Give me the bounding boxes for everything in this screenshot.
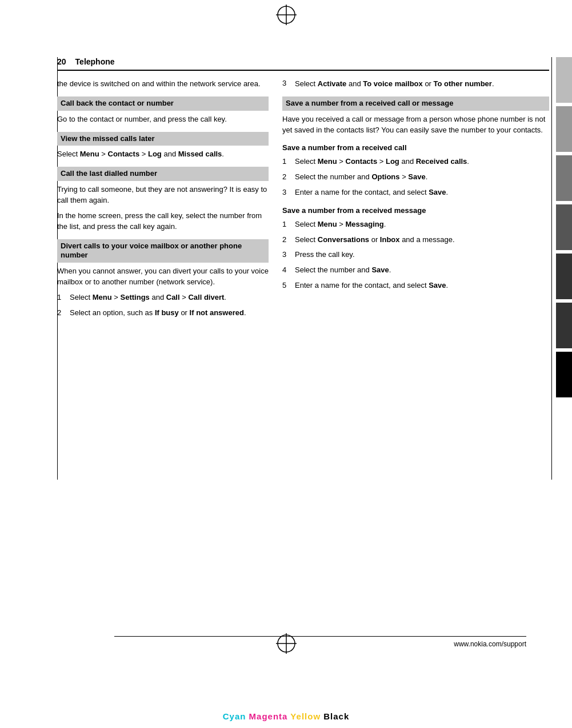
section-lastdialled-body2: In the home screen, press the call key, …: [57, 211, 269, 232]
reg-mark-bottom-center: [276, 633, 297, 654]
divert-step-2: 2 Select an option, such as If busy or I…: [57, 308, 269, 319]
section-lastdialled-heading: Call the last dialled number: [57, 167, 269, 181]
section-divert-heading: Divert calls to your voice mailbox or an…: [57, 239, 269, 263]
section-lastdialled-body1: Trying to call someone, but they are not…: [57, 184, 269, 206]
page: 20 Telephone the device is switched on a…: [0, 0, 572, 728]
right-column: 3 Select Activate and To voice mailbox o…: [282, 79, 549, 323]
two-col-layout: the device is switched on and within the…: [57, 79, 549, 323]
main-content: 20 Telephone the device is switched on a…: [57, 57, 549, 648]
section-missedcalls-body: Select Menu > Contacts > Log and Missed …: [57, 149, 269, 160]
footer-url: www.nokia.com/support: [454, 640, 526, 648]
page-header: 20 Telephone: [57, 57, 549, 71]
savecall-step-2: 2 Select the number and Options > Save.: [282, 172, 549, 183]
page-footer: www.nokia.com/support: [114, 636, 526, 648]
cmyk-yellow: Yellow: [290, 711, 321, 721]
section-savenumber-heading: Save a number from a received call or me…: [282, 96, 549, 111]
page-title: Telephone: [75, 57, 115, 66]
section-savemsg-heading: Save a number from a received message: [282, 206, 549, 216]
left-column: the device is switched on and within the…: [57, 79, 269, 323]
savemsg-step-5: 5 Enter a name for the contact, and sele…: [282, 280, 549, 291]
divert-list: 1 Select Menu > Settings and Call > Call…: [57, 292, 269, 319]
savecall-step-1: 1 Select Menu > Contacts > Log and Recei…: [282, 156, 549, 167]
side-bars: [556, 0, 572, 514]
cmyk-bar: Cyan Magenta Yellow Black: [0, 711, 572, 721]
savemsg-step-2: 2 Select Conversations or Inbox and a me…: [282, 235, 549, 246]
section-callbackbody: Go to the contact or number, and press t…: [57, 114, 269, 125]
divert-step-1: 1 Select Menu > Settings and Call > Call…: [57, 292, 269, 303]
page-number: 20: [57, 57, 66, 66]
savemsg-step-3: 3 Press the call key.: [282, 250, 549, 260]
cmyk-cyan: Cyan: [223, 711, 246, 721]
step3-text: Select Activate and To voice mailbox or …: [295, 79, 494, 90]
savemsg-step-1: 1 Select Menu > Messaging.: [282, 219, 549, 230]
cmyk-black: Black: [323, 711, 349, 721]
savemsg-list: 1 Select Menu > Messaging. 2 Select Conv…: [282, 219, 549, 291]
step3-num: 3: [282, 79, 290, 90]
savecall-step-3: 3 Enter a name for the contact, and sele…: [282, 187, 549, 198]
section-divert-body1: When you cannot answer, you can divert y…: [57, 266, 269, 288]
section-savecall-heading: Save a number from a received call: [282, 143, 549, 153]
section-missedcalls-heading: View the missed calls later: [57, 132, 269, 146]
section-savenumber-body: Have you received a call or message from…: [282, 114, 549, 136]
savecall-list: 1 Select Menu > Contacts > Log and Recei…: [282, 156, 549, 198]
reg-mark-top-center: [276, 5, 297, 25]
cmyk-magenta: Magenta: [249, 711, 288, 721]
intro-text: the device is switched on and within the…: [57, 79, 269, 90]
savemsg-step-4: 4 Select the number and Save.: [282, 265, 549, 276]
section-callback-heading: Call back the contact or number: [57, 96, 269, 111]
step3-container: 3 Select Activate and To voice mailbox o…: [282, 79, 549, 90]
right-margin-line: [551, 57, 552, 480]
